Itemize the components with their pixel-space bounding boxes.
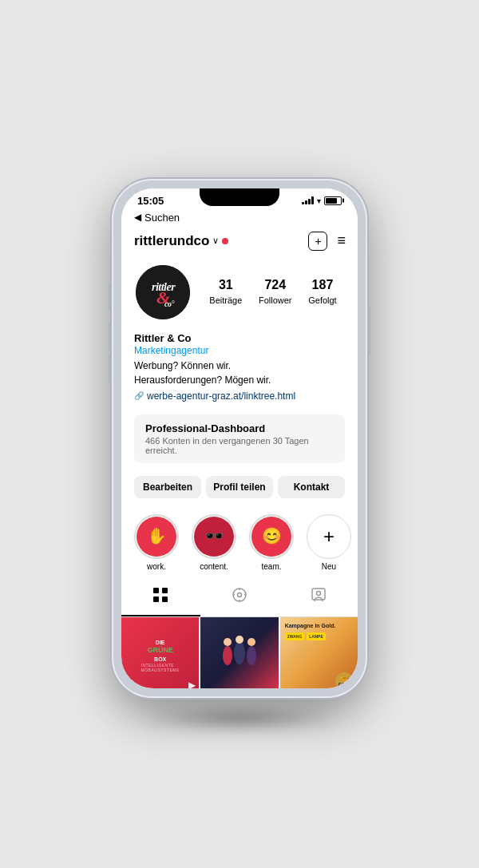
posts-count: 31 (209, 278, 242, 292)
dashboard-subtitle: 466 Konten in den vergangenen 30 Tagen e… (145, 436, 334, 455)
video-icon: ▶ (188, 680, 196, 688)
followers-label: Follower (259, 295, 292, 305)
phone-frame: 15:05 ▾ ◀ Suchen (112, 179, 367, 698)
username: rittlerundco (134, 233, 209, 249)
bio-link-url: werbe-agentur-graz.at/linktree.html (147, 390, 295, 402)
highlight-content[interactable]: 🕶️ content. (192, 514, 236, 571)
signal-bars-icon (302, 196, 314, 204)
status-bar: 15:05 ▾ (121, 188, 358, 210)
svg-rect-13 (162, 597, 168, 602)
dashboard-box[interactable]: Professional-Dashboard 466 Konten in den… (134, 414, 345, 463)
grid-icon (152, 587, 168, 607)
chevron-down-icon: ∨ (212, 236, 219, 246)
highlights-row: ✋ work. 🕶️ (121, 506, 358, 579)
bio-text: Werbung? Können wir. Herausforderungen? … (134, 359, 345, 387)
followers-count: 724 (259, 278, 292, 292)
highlight-work-label: work. (147, 562, 166, 571)
reels-icon (232, 587, 247, 607)
following-label: Gefolgt (308, 295, 336, 305)
tab-reels[interactable] (200, 579, 279, 616)
header-actions: + ≡ (308, 232, 345, 251)
svg-rect-10 (153, 588, 159, 593)
avatar[interactable]: rittler & co° (134, 264, 192, 321)
back-label[interactable]: Suchen (144, 212, 180, 224)
svg-point-26 (247, 646, 256, 665)
following-stat[interactable]: 187 Gefolgt (308, 278, 336, 307)
grid-item-text: DIEGRÜNEBOX (147, 639, 173, 663)
back-navigation[interactable]: ◀ Suchen (121, 210, 358, 228)
avatar-inner: rittler & co° (136, 265, 190, 319)
grid-item[interactable] (200, 617, 278, 688)
content-tabs (121, 579, 358, 617)
notch (200, 188, 279, 206)
stats-numbers: 31 Beiträge 724 Follower 187 Gefolgt (201, 278, 345, 307)
share-profile-button[interactable]: Profil teilen (206, 476, 273, 498)
bio-category[interactable]: Marketingagentur (134, 345, 345, 356)
svg-text:🕶️: 🕶️ (204, 526, 224, 545)
edit-profile-button[interactable]: Bearbeiten (134, 476, 201, 498)
highlight-work[interactable]: ✋ work. (134, 514, 179, 571)
svg-point-25 (236, 636, 243, 644)
party-illustration (216, 628, 263, 684)
bio-line2: Herausforderungen? Mögen wir. (134, 375, 271, 386)
followers-stat[interactable]: 724 Follower (259, 278, 292, 307)
menu-button[interactable]: ≡ (337, 232, 345, 249)
phone-wrapper: 15:05 ▾ ◀ Suchen (112, 179, 367, 706)
posts-grid: DIEGRÜNEBOX INTELLIGENTEMÖBAUSYSTEME ▶ (121, 617, 358, 688)
status-icons: ▾ (302, 196, 342, 205)
svg-text:😊: 😊 (262, 526, 282, 545)
dashboard-title: Professional-Dashboard (145, 422, 334, 434)
highlight-new-label: Neu (322, 562, 336, 571)
grid-item[interactable]: Kampagne in Gold. ZWANG LAMPE 🐆GOLD (280, 617, 358, 688)
highlight-circle-content: 🕶️ (192, 514, 236, 559)
posts-label: Beiträge (209, 295, 242, 305)
bio-section: Rittler & Co Marketingagentur Werbung? K… (121, 331, 358, 410)
screen-content[interactable]: 15:05 ▾ ◀ Suchen (121, 188, 358, 688)
profile-header: rittlerundco ∨ + ≡ (121, 228, 358, 257)
wifi-icon: ▾ (317, 196, 321, 205)
tab-tagged[interactable] (279, 579, 358, 616)
following-count: 187 (308, 278, 336, 292)
battery-icon (324, 196, 342, 205)
stats-row: rittler & co° 31 Beiträge 724 (121, 257, 358, 331)
phone-shadow (137, 706, 342, 730)
posts-stat[interactable]: 31 Beiträge (209, 278, 242, 307)
svg-point-14 (233, 589, 246, 601)
svg-point-23 (224, 638, 232, 646)
status-time: 15:05 (137, 195, 164, 207)
svg-text:✋: ✋ (147, 526, 167, 545)
tagged-icon (311, 587, 327, 607)
grid-item-subtext: INTELLIGENTEMÖBAUSYSTEME (141, 663, 180, 672)
bio-name: Rittler & Co (134, 332, 345, 344)
svg-point-15 (238, 593, 242, 597)
svg-point-27 (247, 638, 255, 646)
svg-point-22 (223, 646, 232, 665)
svg-point-24 (234, 642, 245, 664)
plus-icon: + (315, 235, 321, 248)
back-arrow-icon: ◀ (134, 212, 141, 223)
phone-screen: 15:05 ▾ ◀ Suchen (121, 188, 358, 688)
live-dot (222, 238, 228, 244)
highlight-circle-new: + (307, 514, 351, 559)
link-icon: 🔗 (134, 391, 144, 400)
video-indicator: ▶ (188, 677, 196, 688)
contact-button[interactable]: Kontakt (278, 476, 345, 498)
highlight-team-label: team. (261, 562, 281, 571)
action-buttons: Bearbeiten Profil teilen Kontakt (121, 468, 358, 506)
highlight-circle-work: ✋ (134, 514, 179, 559)
bio-link[interactable]: 🔗 werbe-agentur-graz.at/linktree.html (134, 390, 345, 402)
highlight-circle-team: 😊 (249, 514, 294, 559)
highlight-new[interactable]: + Neu (307, 514, 351, 571)
svg-point-21 (316, 591, 320, 595)
highlight-content-label: content. (200, 562, 228, 571)
username-row[interactable]: rittlerundco ∨ (134, 233, 228, 249)
tab-grid[interactable] (121, 579, 200, 616)
svg-rect-12 (153, 597, 159, 602)
add-post-button[interactable]: + (308, 232, 327, 251)
avatar-svg: rittler & co° (136, 265, 190, 319)
svg-rect-11 (162, 588, 168, 593)
highlight-team[interactable]: 😊 team. (249, 514, 294, 571)
svg-text:co°: co° (164, 299, 174, 308)
svg-rect-20 (312, 589, 325, 600)
grid-item[interactable]: DIEGRÜNEBOX INTELLIGENTEMÖBAUSYSTEME ▶ (121, 617, 199, 688)
